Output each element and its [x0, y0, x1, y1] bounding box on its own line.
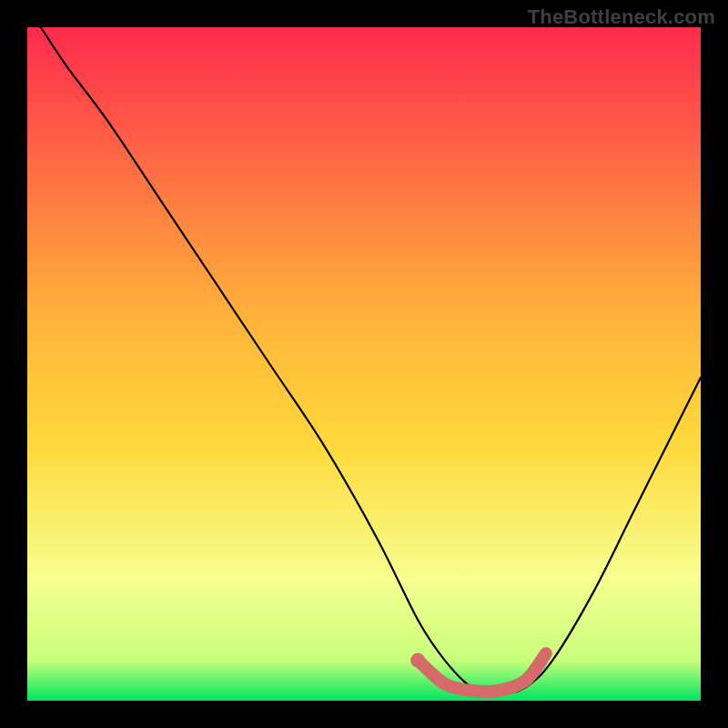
watermark-text: TheBottleneck.com: [528, 5, 715, 29]
valley-highlight-dot: [410, 653, 425, 668]
chart-stage: TheBottleneck.com: [0, 0, 728, 728]
bottleneck-chart: [0, 0, 728, 728]
plot-background: [27, 27, 701, 701]
